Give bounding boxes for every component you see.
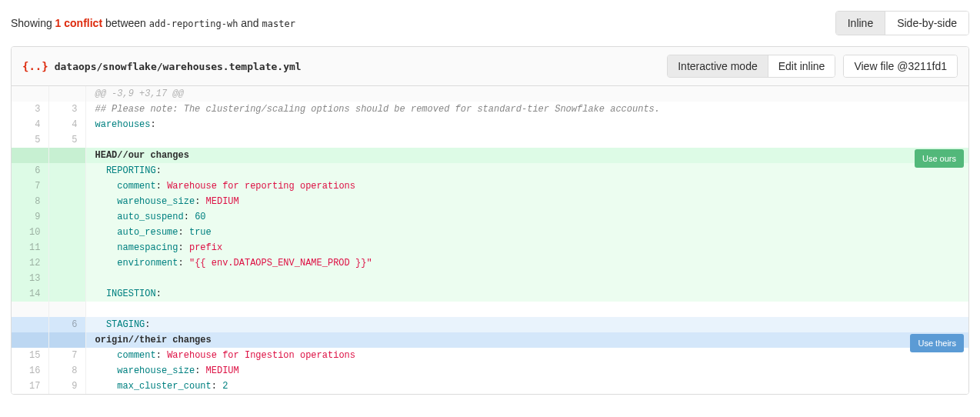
old-line-num	[12, 302, 48, 317]
new-line-num: 9	[48, 379, 85, 394]
diff-table: @@ -3,9 +3,17 @@33## Please note: The cl…	[12, 86, 968, 394]
new-line-num: 4	[48, 117, 85, 132]
new-line-num: 5	[48, 132, 85, 148]
diff-row: 13	[12, 271, 968, 286]
diff-row: 55	[12, 132, 968, 148]
hunk-text: @@ -3,9 +3,17 @@	[85, 86, 968, 102]
line-content: HEAD//our changesUse ours	[85, 148, 968, 163]
line-content: namespacing: prefix	[85, 240, 968, 255]
line-content: warehouse_size: MEDIUM	[85, 363, 968, 379]
old-line-num: 8	[12, 194, 48, 209]
new-line-num: 7	[48, 348, 85, 363]
new-line-num	[48, 225, 85, 240]
new-line-num	[48, 209, 85, 225]
line-content: comment: Warehouse for reporting operati…	[85, 178, 968, 194]
diff-row: 9 auto_suspend: 60	[12, 209, 968, 225]
new-line-num	[48, 271, 85, 286]
old-line-num: 15	[12, 348, 48, 363]
old-line-num: 5	[12, 132, 48, 148]
old-line-num: 7	[12, 178, 48, 194]
line-content	[85, 271, 968, 286]
diff-row: origin//their changesUse theirs	[12, 332, 968, 348]
diff-row: 10 auto_resume: true	[12, 225, 968, 240]
old-line-num	[12, 332, 48, 348]
summary-and: and	[238, 17, 262, 29]
diff-row: 44warehouses:	[12, 117, 968, 132]
view-toggle: Inline Side-by-side	[835, 11, 969, 35]
summary-between: between	[102, 17, 149, 29]
line-content: comment: Warehouse for Ingestion operati…	[85, 348, 968, 363]
old-line-num: 12	[12, 255, 48, 271]
use-ours-button[interactable]: Use ours	[915, 149, 964, 168]
file-path: dataops/snowflake/warehouses.template.ym…	[55, 61, 302, 72]
summary-prefix: Showing	[11, 17, 55, 29]
edit-inline-button[interactable]: Edit inline	[768, 55, 835, 77]
old-line-num: 14	[12, 286, 48, 302]
line-content: REPORTING:	[85, 163, 968, 178]
line-content: max_cluster_count: 2	[85, 379, 968, 394]
old-line-num	[12, 86, 48, 102]
old-line-num: 4	[12, 117, 48, 132]
hunk-header: @@ -3,9 +3,17 @@	[12, 86, 968, 102]
sidebyside-toggle[interactable]: Side-by-side	[885, 12, 968, 35]
line-content: environment: "{{ env.DATAOPS_ENV_NAME_PR…	[85, 255, 968, 271]
new-line-num	[48, 240, 85, 255]
new-line-num	[48, 194, 85, 209]
new-line-num	[48, 255, 85, 271]
line-content: ## Please note: The clustering/scaling o…	[85, 102, 968, 117]
old-line-num: 3	[12, 102, 48, 117]
diff-row: 168 warehouse_size: MEDIUM	[12, 363, 968, 379]
new-line-num	[48, 332, 85, 348]
diff-row: 179 max_cluster_count: 2	[12, 379, 968, 394]
source-branch: add-reporting-wh	[149, 18, 238, 29]
diff-row: 8 warehouse_size: MEDIUM	[12, 194, 968, 209]
line-content: warehouses:	[85, 117, 968, 132]
diff-row	[12, 302, 968, 317]
old-line-num	[12, 148, 48, 163]
new-line-num	[48, 178, 85, 194]
diff-row: 6 REPORTING:	[12, 163, 968, 178]
new-line-num	[48, 148, 85, 163]
conflict-icon: {..}	[22, 60, 48, 72]
new-line-num: 3	[48, 102, 85, 117]
new-line-num	[48, 163, 85, 178]
old-line-num: 13	[12, 271, 48, 286]
line-content: INGESTION:	[85, 286, 968, 302]
conflict-count: 1 conflict	[55, 17, 102, 29]
interactive-mode-button[interactable]: Interactive mode	[668, 55, 768, 77]
diff-row: 157 comment: Warehouse for Ingestion ope…	[12, 348, 968, 363]
old-line-num: 16	[12, 363, 48, 379]
new-line-num	[48, 86, 85, 102]
diff-row: 33## Please note: The clustering/scaling…	[12, 102, 968, 117]
old-line-num: 6	[12, 163, 48, 178]
inline-toggle[interactable]: Inline	[836, 12, 885, 35]
old-line-num: 10	[12, 225, 48, 240]
line-content: warehouse_size: MEDIUM	[85, 194, 968, 209]
line-content: origin//their changesUse theirs	[85, 332, 968, 348]
file-panel: {..} dataops/snowflake/warehouses.templa…	[11, 46, 969, 395]
diff-row: 11 namespacing: prefix	[12, 240, 968, 255]
use-theirs-button[interactable]: Use theirs	[910, 334, 964, 352]
diff-row: 12 environment: "{{ env.DATAOPS_ENV_NAME…	[12, 255, 968, 271]
line-content	[85, 302, 968, 317]
old-line-num: 11	[12, 240, 48, 255]
new-line-num: 6	[48, 317, 85, 332]
diff-row: HEAD//our changesUse ours	[12, 148, 968, 163]
diff-row: 6 STAGING:	[12, 317, 968, 332]
new-line-num: 8	[48, 363, 85, 379]
old-line-num: 9	[12, 209, 48, 225]
line-content	[85, 132, 968, 148]
view-file-button[interactable]: View file @3211fd1	[844, 55, 957, 77]
line-content: STAGING:	[85, 317, 968, 332]
line-content: auto_suspend: 60	[85, 209, 968, 225]
diff-row: 7 comment: Warehouse for reporting opera…	[12, 178, 968, 194]
file-header: {..} dataops/snowflake/warehouses.templa…	[12, 47, 968, 86]
old-line-num: 17	[12, 379, 48, 394]
new-line-num	[48, 286, 85, 302]
line-content: auto_resume: true	[85, 225, 968, 240]
new-line-num	[48, 302, 85, 317]
old-line-num	[12, 317, 48, 332]
diff-row: 14 INGESTION:	[12, 286, 968, 302]
summary-header: Showing 1 conflict between add-reporting…	[11, 11, 969, 35]
target-branch: master	[262, 18, 295, 29]
